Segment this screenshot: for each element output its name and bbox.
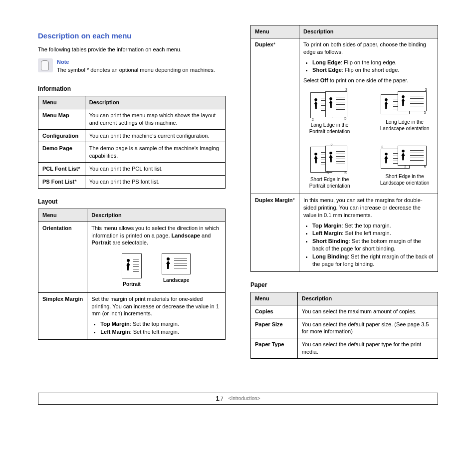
text: and [200,233,211,238]
col-menu: Menu [38,96,85,109]
list-item: Top Margin: Set the top margin. [100,320,221,328]
menu-desc: You can print the PS font list. [85,175,225,188]
col-menu: Menu [251,292,298,305]
menu-name: Paper Type [255,341,284,347]
list-item: Left Margin: Set the left margin. [312,230,434,237]
text: In this menu, you can set the margins fo… [303,197,422,218]
duplex-diagrams-row1: 2 35 Long Edge in the Portrait orientati… [303,91,434,135]
text: are selectable. [111,239,148,245]
menu-desc: The demo page is a sample of the machine… [85,142,225,163]
short-edge-landscape-diagram: 2 35 Short Edge in the Landscape orienta… [376,146,434,189]
bullet-list: Top Margin: Set the top margin. Left Mar… [303,222,434,268]
two-column-layout: Description on each menu The following t… [38,25,438,368]
menu-name: Copies [255,308,273,314]
duplex-margin-desc: In this menu, you can set the margins fo… [299,194,438,272]
list-item: Short Edge: Flip on the short edge. [312,66,434,74]
orientation-diagrams: Portrait Landscape [91,253,221,288]
section-title: Description on each menu [38,31,226,41]
list-item: Left Margin: Set the left margin. [100,328,221,336]
menu-name: Orientation [42,225,72,231]
menu-name: PCL Font List [42,166,78,172]
orientation-desc: This menu allows you to select the direc… [87,222,226,292]
layout-table-left: Menu Description Orientation This menu a… [38,209,226,340]
menu-name: Menu Map [42,112,69,118]
list-item: Short Binding: Set the bottom margin of … [312,238,434,252]
list-item: Top Margin: Set the top margin. [312,222,434,230]
table-row: Configuration You can print the machine'… [38,129,226,142]
right-column: Menu Description Duplex* To print on bot… [250,25,438,368]
table-row: Copies You can select the maximum amount… [251,305,438,318]
page-number: 1.7 [216,395,224,403]
long-edge-landscape-diagram: 35 Long Edge in the Landscape orientatio… [376,91,434,135]
col-menu: Menu [38,209,87,222]
information-heading: Information [38,85,226,93]
table-row: Paper Type You can select the default pa… [251,338,438,359]
menu-name: Demo Page [42,145,72,151]
paper-table: Menu Description Copies You can select t… [250,292,438,359]
table-row: Menu Map You can print the menu map whic… [38,109,226,129]
table-row: PS Font List* You can print the PS font … [38,175,226,188]
layout-table-right: Menu Description Duplex* To print on bot… [250,25,438,272]
page: Description on each menu The following t… [0,0,476,425]
menu-name: Duplex Margin [255,197,293,203]
table-row: Duplex* To print on both sides of paper,… [251,38,438,194]
list-item: Long Binding: Set the right margin of th… [312,253,434,268]
short-edge-portrait-diagram: 2 35 Short Edge in the Portrait orientat… [303,146,356,189]
duplex-diagrams-row2: 2 35 Short Edge in the Portrait orientat… [303,146,434,189]
text: Set the margin of print materials for on… [91,296,219,317]
note-text: Note The symbol * denotes an optional me… [57,58,215,74]
note-label: Note [57,58,215,66]
table-row: Duplex Margin* In this menu, you can set… [251,194,438,272]
section-intro: The following tables provide the informa… [38,46,226,53]
paper-heading: Paper [250,281,438,289]
information-table: Menu Description Menu Map You can print … [38,96,226,189]
diagram-caption: Long Edge in the Landscape orientation [376,119,434,132]
text: To print on both sides of paper, choose … [303,41,434,56]
text: Select Off to print on one side of the p… [303,77,434,84]
page-footer: 1.7 <Introduction> [38,393,438,405]
col-menu: Menu [251,25,299,38]
menu-name: PS Font List [42,179,74,185]
col-description: Description [85,96,225,109]
menu-name: Configuration [42,133,78,139]
menu-desc: You can print the menu map which shows t… [85,109,225,129]
simplex-desc: Set the margin of print materials for on… [87,292,226,339]
duplex-desc: To print on both sides of paper, choose … [299,38,438,194]
diagram-caption: Short Edge in the Portrait orientation [303,177,356,189]
list-item: Long Edge: Flip on the long edge. [312,59,434,66]
note-body: The symbol * denotes an optional menu de… [57,66,215,74]
table-row: Simplex Margin Set the margin of print m… [38,292,226,339]
text-bold: Portrait [91,239,111,245]
col-description: Description [297,292,438,305]
menu-desc: You can select the maximum amount of cop… [297,305,438,318]
table-row: Orientation This menu allows you to sele… [38,222,226,292]
landscape-diagram: Landscape [162,253,191,288]
table-row: Paper Size You can select the default pa… [251,318,438,338]
menu-name: Paper Size [255,321,283,327]
menu-name: Duplex [255,41,273,47]
left-column: Description on each menu The following t… [38,25,226,349]
diagram-caption: Long Edge in the Portrait orientation [303,122,356,135]
menu-name: Simplex Margin [42,296,83,302]
col-description: Description [87,209,226,222]
diagram-caption: Portrait [123,281,141,288]
diagram-caption: Short Edge in the Landscape orientation [376,174,434,186]
breadcrumb: <Introduction> [229,395,260,402]
menu-desc: You can select the default paper size. (… [297,318,438,338]
menu-desc: You can print the PCL font list. [85,163,225,176]
note-block: Note The symbol * denotes an optional me… [38,58,226,74]
note-icon [38,58,53,72]
menu-desc: You can print the machine's current conf… [85,129,225,142]
portrait-diagram: Portrait [122,253,142,288]
long-edge-portrait-diagram: 2 35 Long Edge in the Portrait orientati… [303,91,356,135]
bullet-list: Long Edge: Flip on the long edge. Short … [303,59,434,74]
text-bold: Landscape [172,233,200,238]
layout-heading: Layout [38,198,226,206]
bullet-list: Top Margin: Set the top margin. Left Mar… [91,320,221,336]
table-row: Demo Page The demo page is a sample of t… [38,142,226,163]
col-description: Description [299,25,438,38]
diagram-caption: Landscape [163,277,189,284]
table-row: PCL Font List* You can print the PCL fon… [38,163,226,176]
menu-desc: You can select the default paper type fo… [297,338,438,359]
